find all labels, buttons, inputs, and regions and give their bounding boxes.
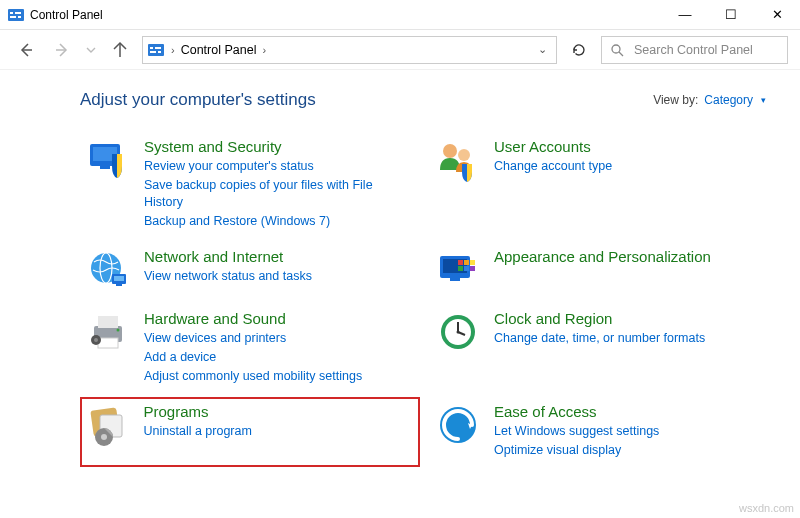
category-hardware: Hardware and Sound View devices and prin… (80, 304, 420, 393)
up-button[interactable] (106, 36, 134, 64)
svg-rect-26 (443, 259, 467, 273)
svg-rect-8 (148, 44, 164, 56)
category-sublink[interactable]: Change date, time, or number formats (494, 330, 705, 347)
close-button[interactable]: ✕ (754, 0, 800, 29)
heading-row: Adjust your computer's settings View by:… (80, 90, 766, 110)
svg-rect-10 (155, 47, 161, 49)
svg-point-13 (612, 45, 620, 53)
svg-rect-30 (470, 260, 475, 265)
svg-rect-17 (100, 166, 110, 169)
category-title-link[interactable]: Clock and Region (494, 310, 705, 328)
category-title-link[interactable]: Appearance and Personalization (494, 248, 711, 266)
svg-rect-1 (10, 12, 13, 14)
window-controls: — ☐ ✕ (662, 0, 800, 29)
search-box[interactable] (601, 36, 788, 64)
address-dropdown-icon[interactable]: ⌄ (532, 43, 552, 56)
breadcrumb-separator-icon[interactable]: › (171, 44, 175, 56)
category-title-link[interactable]: Programs (144, 403, 252, 421)
printer-icon (86, 310, 130, 354)
category-sublink[interactable]: Let Windows suggest settings (494, 423, 659, 440)
refresh-button[interactable] (565, 36, 593, 64)
breadcrumb-control-panel[interactable]: Control Panel (181, 43, 257, 57)
category-sublink[interactable]: Adjust commonly used mobility settings (144, 368, 362, 385)
category-grid: System and Security Review your computer… (80, 132, 766, 467)
navigation-bar: › Control Panel › ⌄ (0, 30, 800, 70)
category-sublink[interactable]: Change account type (494, 158, 612, 175)
svg-rect-2 (15, 12, 21, 14)
search-icon (610, 43, 624, 57)
category-sublink[interactable]: Save backup copies of your files with Fi… (144, 177, 414, 211)
svg-point-18 (443, 144, 457, 158)
category-sublink[interactable]: Add a device (144, 349, 362, 366)
svg-rect-36 (98, 338, 118, 348)
address-bar[interactable]: › Control Panel › ⌄ (142, 36, 557, 64)
svg-rect-32 (464, 266, 469, 271)
svg-rect-29 (464, 260, 469, 265)
category-sublink[interactable]: Backup and Restore (Windows 7) (144, 213, 414, 230)
control-panel-icon (147, 41, 165, 59)
svg-point-19 (458, 149, 470, 161)
view-by-selector[interactable]: View by: Category ▾ (653, 93, 766, 107)
svg-rect-3 (10, 16, 16, 18)
svg-rect-23 (114, 276, 124, 281)
titlebar: Control Panel — ☐ ✕ (0, 0, 800, 30)
svg-point-48 (101, 434, 107, 440)
search-input[interactable] (632, 42, 779, 58)
category-sublink[interactable]: Optimize visual display (494, 442, 659, 459)
category-title-link[interactable]: Ease of Access (494, 403, 659, 421)
category-title-link[interactable]: System and Security (144, 138, 414, 156)
svg-rect-4 (18, 16, 21, 18)
page-heading: Adjust your computer's settings (80, 90, 316, 110)
category-programs: Programs Uninstall a program (80, 397, 420, 467)
breadcrumb-separator-icon[interactable]: › (262, 44, 266, 56)
category-ease-of-access: Ease of Access Let Windows suggest setti… (430, 397, 760, 467)
svg-rect-31 (458, 266, 463, 271)
view-by-value: Category (704, 93, 753, 107)
watermark: wsxdn.com (739, 502, 794, 514)
svg-rect-35 (98, 316, 118, 328)
category-title-link[interactable]: Network and Internet (144, 248, 312, 266)
chevron-down-icon: ▾ (761, 95, 766, 105)
window-title: Control Panel (30, 8, 103, 22)
category-sublink[interactable]: View devices and printers (144, 330, 362, 347)
clock-icon (436, 310, 480, 354)
svg-rect-12 (158, 51, 161, 53)
svg-rect-11 (150, 51, 156, 53)
content-area: Adjust your computer's settings View by:… (0, 70, 800, 467)
globe-network-icon (86, 248, 130, 292)
appearance-icon (436, 248, 480, 292)
category-network: Network and Internet View network status… (80, 242, 420, 300)
category-system-security: System and Security Review your computer… (80, 132, 420, 238)
back-button[interactable] (12, 36, 40, 64)
category-appearance: Appearance and Personalization (430, 242, 760, 300)
svg-point-44 (457, 331, 460, 334)
category-title-link[interactable]: User Accounts (494, 138, 612, 156)
forward-button[interactable] (48, 36, 76, 64)
control-panel-app-icon (8, 7, 24, 23)
svg-rect-24 (116, 284, 122, 286)
svg-rect-33 (470, 266, 475, 271)
minimize-button[interactable]: — (662, 0, 708, 29)
svg-rect-28 (458, 260, 463, 265)
category-sublink[interactable]: Uninstall a program (144, 423, 252, 440)
svg-point-39 (94, 338, 98, 342)
category-clock: Clock and Region Change date, time, or n… (430, 304, 760, 393)
svg-rect-27 (450, 278, 460, 281)
user-accounts-icon (436, 138, 480, 182)
svg-line-14 (619, 52, 623, 56)
svg-rect-0 (8, 9, 24, 21)
svg-point-37 (117, 329, 120, 332)
shield-monitor-icon (86, 138, 130, 182)
category-sublink[interactable]: Review your computer's status (144, 158, 414, 175)
category-title-link[interactable]: Hardware and Sound (144, 310, 362, 328)
programs-icon (86, 403, 130, 447)
category-user-accounts: User Accounts Change account type (430, 132, 760, 238)
maximize-button[interactable]: ☐ (708, 0, 754, 29)
ease-of-access-icon (436, 403, 480, 447)
category-sublink[interactable]: View network status and tasks (144, 268, 312, 285)
svg-rect-9 (150, 47, 153, 49)
recent-locations-dropdown[interactable] (84, 36, 98, 64)
view-by-label: View by: (653, 93, 698, 107)
